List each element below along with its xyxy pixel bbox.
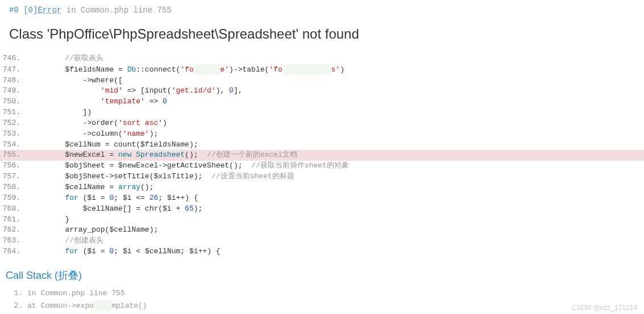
line-number: 758.	[0, 182, 27, 193]
line-content: $newExcel = new Spreadsheet(); //创建一个新的e…	[27, 150, 644, 161]
line-number: 763.	[0, 236, 27, 246]
line-number: 756.	[0, 161, 27, 171]
line-number: 754.	[0, 140, 27, 150]
code-line: 759. for ($i = 0; $i <= 26; $i++) {	[0, 193, 644, 204]
line-content: $fieldsName = Db::connect('foxxxxxxe')->…	[27, 64, 644, 76]
code-line: 749. 'mid' => [input('get.id/d'), 0],	[0, 86, 644, 97]
stack-item: at Common->expoxxxxmplate()	[27, 300, 644, 312]
line-number: 764.	[0, 246, 27, 257]
line-number: 760.	[0, 204, 27, 215]
line-content: for ($i = 0; $i < $cellNum; $i++) {	[27, 246, 644, 257]
line-content: $cellNum = count($fieldsName);	[27, 140, 644, 150]
code-line: 753. ->column('name');	[0, 129, 644, 140]
line-number: 753.	[0, 129, 27, 140]
stack-item: in Common.php line 755	[27, 288, 644, 300]
line-content: ])	[27, 107, 644, 118]
code-area: 746. //获取表头747. $fieldsName = Db::connec…	[0, 53, 644, 257]
line-content: //获取表头	[27, 53, 644, 64]
line-content: 'template' => 0	[27, 97, 644, 107]
line-content: $objSheet = $newExcel->getActiveSheet();…	[27, 161, 644, 171]
line-number: 747.	[0, 65, 27, 76]
in-word: in	[67, 6, 76, 15]
line-number: 755	[157, 6, 172, 15]
line-content: array_pop($cellName);	[27, 225, 644, 236]
line-number: 752.	[0, 118, 27, 129]
code-line: 756. $objSheet = $newExcel->getActiveShe…	[0, 161, 644, 171]
line-content: $cellName = array();	[27, 182, 644, 193]
code-line: 748. ->where([	[0, 76, 644, 86]
line-content: ->order('sort asc')	[27, 118, 644, 129]
line-number: 761.	[0, 215, 27, 225]
call-stack-list: in Common.php line 755at Common->expoxxx…	[0, 288, 644, 312]
error-title: Class 'PhpOffice\PhpSpreadsheet\Spreadsh…	[0, 19, 644, 53]
line-content: $cellName[] = chr($i + 65);	[27, 204, 644, 215]
code-line: 755. $newExcel = new Spreadsheet(); //创建…	[0, 150, 644, 161]
code-line: 764. for ($i = 0; $i < $cellNum; $i++) {	[0, 246, 644, 257]
line-word: line	[134, 6, 153, 15]
stack-bracket: [0]	[23, 6, 38, 15]
code-line: 754. $cellNum = count($fieldsName);	[0, 140, 644, 150]
breadcrumb: #0 [0]Error in Common.php line 755	[0, 0, 644, 19]
line-number: 751.	[0, 107, 27, 118]
line-number: 750.	[0, 97, 27, 107]
line-number: 748.	[0, 76, 27, 86]
watermark: CSDN @nzz_171214	[572, 304, 637, 312]
call-stack-toggle[interactable]: Call Stack (折叠)	[0, 257, 644, 288]
code-line: 760. $cellName[] = chr($i + 65);	[0, 204, 644, 215]
line-number: 759.	[0, 193, 27, 204]
error-link[interactable]: Error	[38, 6, 61, 15]
code-line: 751. ])	[0, 107, 644, 118]
code-line: 762. array_pop($cellName);	[0, 225, 644, 236]
line-content: 'mid' => [input('get.id/d'), 0],	[27, 86, 644, 97]
code-line: 752. ->order('sort asc')	[0, 118, 644, 129]
line-content: ->where([	[27, 76, 644, 86]
code-line: 758. $cellName = array();	[0, 182, 644, 193]
file-name: Common.php	[81, 6, 128, 15]
line-content: $objSheet->setTitle($xlsTitle); //设置当前sh…	[27, 171, 644, 182]
code-line: 746. //获取表头	[0, 53, 644, 64]
code-line: 757. $objSheet->setTitle($xlsTitle); //设…	[0, 171, 644, 182]
line-number: 762.	[0, 225, 27, 236]
code-line: 750. 'template' => 0	[0, 97, 644, 107]
line-number: 757.	[0, 171, 27, 182]
line-content: for ($i = 0; $i <= 26; $i++) {	[27, 193, 644, 204]
line-number: 749.	[0, 86, 27, 97]
code-line: 763. //创建表头	[0, 236, 644, 246]
line-content: //创建表头	[27, 236, 644, 246]
line-content: ->column('name');	[27, 129, 644, 140]
line-number: 755.	[0, 150, 27, 161]
code-line: 747. $fieldsName = Db::connect('foxxxxxx…	[0, 64, 644, 76]
stack-index: #0	[9, 6, 19, 15]
line-content: }	[27, 215, 644, 225]
code-line: 761. }	[0, 215, 644, 225]
line-number: 746.	[0, 53, 27, 64]
